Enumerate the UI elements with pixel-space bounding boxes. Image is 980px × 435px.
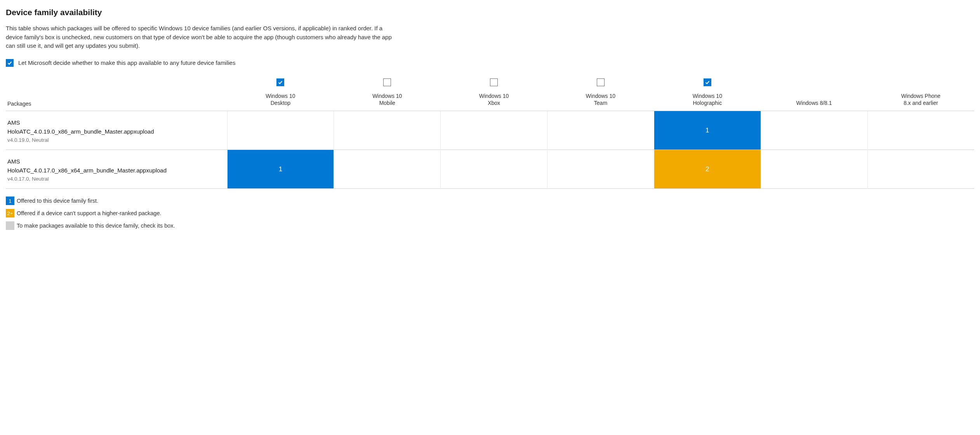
rank-badge: 1: [654, 111, 761, 150]
table-row: AMSHoloATC_4.0.19.0_x86_arm_bundle_Maste…: [6, 111, 974, 150]
rank-cell: [761, 111, 867, 150]
rank-badge: 1: [228, 150, 334, 188]
rank-cell: [761, 150, 867, 189]
legend-swatch: 2+: [6, 209, 14, 218]
device-column-label: Windows 10Desktop: [227, 92, 334, 107]
device-family-checkbox[interactable]: [597, 78, 605, 86]
rank-cell: [334, 150, 441, 189]
rank-cell: [867, 150, 974, 189]
device-column-header: Windows 10Mobile: [334, 78, 441, 111]
device-column-label: Windows 8/8.1: [761, 99, 867, 107]
rank-cell: [441, 150, 547, 189]
device-column-header: Windows Phone8.x and earlier: [867, 78, 974, 111]
legend-text: To make packages available to this devic…: [17, 223, 175, 229]
legend-row: 1Offered to this device family first.: [6, 197, 974, 205]
legend-swatch: 1: [6, 197, 14, 205]
device-column-header: Windows 8/8.1: [761, 78, 867, 111]
rank-cell: [441, 111, 547, 150]
device-column-header: Windows 10Team: [547, 78, 654, 111]
device-family-checkbox[interactable]: [490, 78, 498, 86]
table-row: AMSHoloATC_4.0.17.0_x86_x64_arm_bundle_M…: [6, 150, 974, 189]
device-column-label: Windows Phone8.x and earlier: [867, 92, 974, 107]
rank-badge: 2: [654, 150, 761, 188]
package-cell: AMSHoloATC_4.0.19.0_x86_arm_bundle_Maste…: [6, 111, 227, 150]
section-heading: Device family availability: [6, 8, 974, 17]
legend-text: Offered to this device family first.: [17, 198, 98, 204]
device-family-checkbox[interactable]: [704, 78, 711, 86]
device-family-checkbox[interactable]: [276, 78, 284, 86]
legend: 1Offered to this device family first.2+O…: [6, 197, 974, 230]
device-family-table: Packages Windows 10DesktopWindows 10Mobi…: [6, 78, 974, 189]
rank-cell: [334, 111, 441, 150]
rank-cell: 1: [654, 111, 761, 150]
rank-cell: [547, 150, 654, 189]
rank-cell: [867, 111, 974, 150]
package-name: AMSHoloATC_4.0.17.0_x86_x64_arm_bundle_M…: [7, 157, 227, 175]
section-description: This table shows which packages will be …: [6, 24, 394, 50]
future-families-option: Let Microsoft decide whether to make thi…: [6, 59, 974, 67]
device-column-label: Windows 10Xbox: [441, 92, 547, 107]
legend-swatch: [6, 221, 14, 230]
legend-text: Offered if a device can't support a high…: [17, 210, 161, 216]
device-column-header: Windows 10Desktop: [227, 78, 334, 111]
package-cell: AMSHoloATC_4.0.17.0_x86_x64_arm_bundle_M…: [6, 150, 227, 189]
legend-row: To make packages available to this devic…: [6, 221, 974, 230]
device-column-label: Windows 10Team: [547, 92, 654, 107]
rank-cell: 1: [227, 150, 334, 189]
future-families-label: Let Microsoft decide whether to make thi…: [18, 59, 235, 66]
rank-cell: [227, 111, 334, 150]
device-family-checkbox[interactable]: [383, 78, 391, 86]
packages-column-header: Packages: [6, 78, 227, 111]
legend-row: 2+Offered if a device can't support a hi…: [6, 209, 974, 218]
package-meta: v4.0.17.0, Neutral: [7, 176, 227, 182]
package-name: AMSHoloATC_4.0.19.0_x86_arm_bundle_Maste…: [7, 118, 227, 136]
packages-header-label: Packages: [7, 101, 31, 107]
device-column-label: Windows 10Holographic: [654, 92, 761, 107]
future-families-checkbox[interactable]: [6, 59, 14, 67]
package-meta: v4.0.19.0, Neutral: [7, 137, 227, 143]
rank-cell: [547, 111, 654, 150]
device-column-header: Windows 10Holographic: [654, 78, 761, 111]
rank-cell: 2: [654, 150, 761, 189]
device-column-label: Windows 10Mobile: [334, 92, 441, 107]
device-column-header: Windows 10Xbox: [441, 78, 547, 111]
